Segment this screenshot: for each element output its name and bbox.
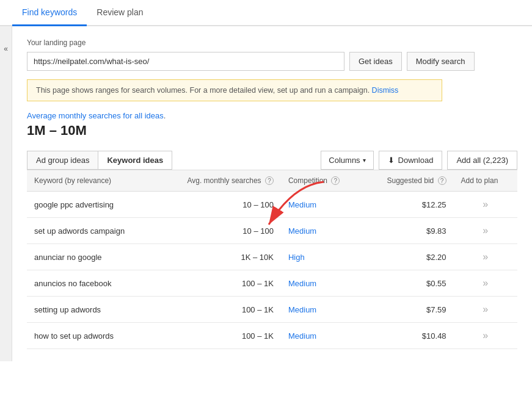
col-monthly: Avg. monthly searches ? — [156, 170, 281, 192]
keyword-cell: anunciar no google — [27, 244, 156, 270]
table-row: how to set up adwords 100 – 1K Medium $1… — [27, 323, 517, 349]
monthly-cell: 100 – 1K — [156, 270, 281, 297]
add-to-plan-cell[interactable]: » — [454, 270, 517, 297]
monthly-cell: 1K – 10K — [156, 244, 281, 270]
col-add: Add to plan — [454, 170, 517, 192]
monthly-cell: 100 – 1K — [156, 323, 281, 349]
col-keyword: Keyword (by relevance) — [27, 170, 156, 192]
keyword-cell: set up adwords campaign — [27, 218, 156, 244]
toolbar: Ad group ideas Keyword ideas Columns ▾ ⬇… — [27, 151, 517, 170]
competition-cell: Medium — [281, 218, 363, 244]
monthly-cell: 100 – 1K — [156, 297, 281, 323]
keyword-table: Keyword (by relevance) Avg. monthly sear… — [27, 170, 517, 349]
tab-find-keywords[interactable]: Find keywords — [12, 0, 87, 26]
monthly-cell: 10 – 100 — [156, 218, 281, 244]
competition-cell: High — [281, 244, 363, 270]
dismiss-link[interactable]: Dismiss — [372, 86, 399, 95]
table-row: google ppc advertising 10 – 100 Medium $… — [27, 192, 517, 218]
keyword-cell: google ppc advertising — [27, 192, 156, 218]
banner-text: This page shows ranges for search volume… — [36, 86, 370, 95]
keyword-cell: setting up adwords — [27, 297, 156, 323]
bid-cell: $7.59 — [362, 297, 453, 323]
bid-cell: $10.48 — [362, 323, 453, 349]
get-ideas-button[interactable]: Get ideas — [349, 52, 402, 71]
bid-cell: $0.55 — [362, 270, 453, 297]
view-tabs: Ad group ideas Keyword ideas — [27, 151, 172, 170]
keyword-cell: anuncios no facebook — [27, 270, 156, 297]
table-row: anuncios no facebook 100 – 1K Medium $0.… — [27, 270, 517, 297]
col-competition: Competition ? — [281, 170, 363, 192]
bid-help-icon[interactable]: ? — [438, 176, 446, 185]
bid-cell: $2.20 — [362, 244, 453, 270]
col-bid: Suggested bid ? — [362, 170, 453, 192]
add-to-plan-cell[interactable]: » — [454, 192, 517, 218]
info-banner: This page shows ranges for search volume… — [27, 79, 442, 101]
table-row: set up adwords campaign 10 – 100 Medium … — [27, 218, 517, 244]
download-icon: ⬇ — [388, 156, 395, 165]
competition-cell: Medium — [281, 270, 363, 297]
table-row: setting up adwords 100 – 1K Medium $7.59… — [27, 297, 517, 323]
landing-page-label: Your landing page — [27, 38, 517, 47]
tab-review-plan[interactable]: Review plan — [87, 0, 153, 26]
competition-help-icon[interactable]: ? — [331, 176, 340, 185]
add-to-plan-cell[interactable]: » — [454, 218, 517, 244]
add-to-plan-cell[interactable]: » — [454, 323, 517, 349]
landing-page-row: Get ideas Modify search — [27, 52, 517, 71]
keyword-ideas-tab[interactable]: Keyword ideas — [98, 151, 172, 169]
add-to-plan-cell[interactable]: » — [454, 244, 517, 270]
all-ideas-link[interactable]: all ideas — [134, 111, 164, 120]
add-to-plan-cell[interactable]: » — [454, 297, 517, 323]
table-row: anunciar no google 1K – 10K High $2.20 » — [27, 244, 517, 270]
bid-cell: $12.25 — [362, 192, 453, 218]
top-nav-tabs: Find keywords Review plan — [0, 0, 532, 26]
monthly-searches-label: Average monthly searches for all ideas. — [27, 111, 517, 120]
landing-page-input[interactable] — [27, 52, 344, 71]
chevron-down-icon: ▾ — [363, 157, 366, 164]
download-button[interactable]: ⬇ Download — [379, 151, 443, 170]
add-all-button[interactable]: Add all (2,223) — [447, 151, 517, 170]
competition-cell: Medium — [281, 192, 363, 218]
monthly-cell: 10 – 100 — [156, 192, 281, 218]
competition-cell: Medium — [281, 323, 363, 349]
bid-cell: $9.83 — [362, 218, 453, 244]
left-panel-toggle[interactable]: « — [4, 45, 8, 53]
ad-group-ideas-tab[interactable]: Ad group ideas — [27, 151, 98, 169]
keyword-cell: how to set up adwords — [27, 323, 156, 349]
monthly-help-icon[interactable]: ? — [265, 176, 274, 185]
modify-search-button[interactable]: Modify search — [407, 52, 475, 71]
monthly-range-value: 1M – 10M — [27, 123, 517, 139]
columns-button[interactable]: Columns ▾ — [321, 151, 373, 170]
competition-cell: Medium — [281, 297, 363, 323]
